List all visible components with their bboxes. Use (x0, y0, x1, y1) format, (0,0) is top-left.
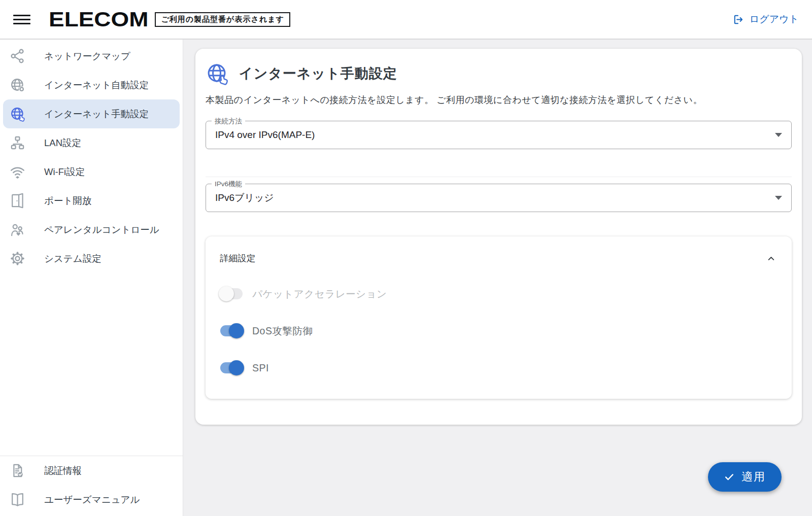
advanced-settings-title: 詳細設定 (220, 252, 255, 264)
sidebar-item-auth-info[interactable]: 認証情報 (0, 456, 183, 485)
collapse-panel-button[interactable] (763, 251, 779, 266)
sidebar-item-user-manual[interactable]: ユーザーズマニュアル (0, 485, 183, 514)
ipv6-function-value: IPv6ブリッジ (215, 191, 274, 204)
check-icon (724, 471, 735, 483)
connection-method-label: 接続方法 (212, 117, 245, 126)
logout-icon (732, 14, 744, 25)
sidebar-item-parental[interactable]: ペアレンタルコントロール (0, 215, 183, 244)
lan-icon (10, 135, 25, 151)
dropdown-arrow-icon (775, 196, 782, 200)
connection-method-value: IPv4 over IPv6(MAP-E) (215, 129, 315, 141)
network-map-icon (10, 48, 25, 64)
logout-button[interactable]: ログアウト (732, 13, 799, 26)
page-title: インターネット手動設定 (239, 64, 397, 83)
apply-label: 適用 (741, 469, 766, 485)
sidebar-item-label: 認証情報 (44, 464, 82, 477)
sidebar-item-label: インターネット自動設定 (44, 79, 149, 91)
gear-icon (10, 251, 25, 266)
ipv6-function-select[interactable]: IPv6機能 IPv6ブリッジ (206, 184, 792, 212)
sidebar-item-system[interactable]: システム設定 (0, 244, 183, 273)
internet-auto-icon (10, 77, 25, 93)
sidebar-item-internet-auto[interactable]: インターネット自動設定 (0, 71, 183, 99)
section-divider (206, 177, 792, 177)
sidebar-item-label: Wi-Fi設定 (44, 165, 85, 178)
sidebar-item-label: システム設定 (44, 252, 101, 265)
internet-manual-icon (10, 106, 25, 122)
product-model-box: ご利用の製品型番が表示されます (155, 12, 290, 27)
sidebar-item-label: ポート開放 (44, 194, 91, 207)
sidebar-item-label: インターネット手動設定 (44, 108, 149, 120)
page-description: 本製品のインターネットへの接続方法を設定します。 ご利用の環境に合わせて適切な接… (206, 94, 792, 106)
ipv6-function-label: IPv6機能 (212, 180, 245, 189)
spi-row: SPI (220, 360, 779, 375)
sidebar-item-wifi[interactable]: Wi-Fi設定 (0, 157, 183, 186)
sidebar-item-label: ユーザーズマニュアル (44, 493, 140, 506)
sidebar-item-label: ペアレンタルコントロール (44, 223, 159, 236)
sidebar-item-label: ネットワークマップ (44, 50, 130, 62)
hamburger-menu-icon[interactable] (13, 12, 30, 27)
advanced-settings-panel: 詳細設定 パケットアクセラレーション (206, 236, 792, 399)
elecom-logo: ELECOM (49, 9, 148, 30)
main-area: インターネット手動設定 本製品のインターネットへの接続方法を設定します。 ご利用… (183, 40, 812, 516)
packet-acceleration-toggle[interactable] (220, 286, 243, 301)
spi-toggle[interactable] (220, 360, 243, 375)
app-header: ELECOM ご利用の製品型番が表示されます ログアウト (0, 0, 812, 40)
packet-acceleration-label: パケットアクセラレーション (252, 287, 387, 301)
apply-button[interactable]: 適用 (708, 462, 782, 492)
dos-protection-toggle[interactable] (220, 323, 243, 338)
settings-card: インターネット手動設定 本製品のインターネットへの接続方法を設定します。 ご利用… (195, 49, 802, 425)
wifi-icon (10, 164, 25, 180)
dos-protection-row: DoS攻撃防御 (220, 323, 779, 338)
sidebar: ネットワークマップ インターネット自動設定 インターネット手動設定 (0, 40, 183, 516)
chevron-up-icon (766, 254, 776, 263)
logout-label: ログアウト (750, 13, 799, 26)
spi-label: SPI (252, 362, 269, 374)
sidebar-item-network-map[interactable]: ネットワークマップ (0, 42, 183, 71)
sidebar-item-lan[interactable]: LAN設定 (0, 128, 183, 157)
packet-acceleration-row: パケットアクセラレーション (220, 286, 779, 301)
connection-method-select[interactable]: 接続方法 IPv4 over IPv6(MAP-E) (206, 121, 792, 149)
sidebar-spacer (0, 273, 183, 456)
sidebar-item-label: LAN設定 (44, 136, 81, 149)
internet-manual-title-icon (206, 62, 229, 85)
dropdown-arrow-icon (775, 133, 782, 137)
book-icon (10, 492, 25, 507)
sidebar-item-port[interactable]: ポート開放 (0, 186, 183, 215)
parental-icon (10, 222, 25, 237)
dos-protection-label: DoS攻撃防御 (252, 324, 313, 338)
sidebar-item-internet-manual[interactable]: インターネット手動設定 (3, 99, 180, 128)
open-door-icon (10, 193, 25, 209)
certificate-icon (10, 463, 25, 478)
